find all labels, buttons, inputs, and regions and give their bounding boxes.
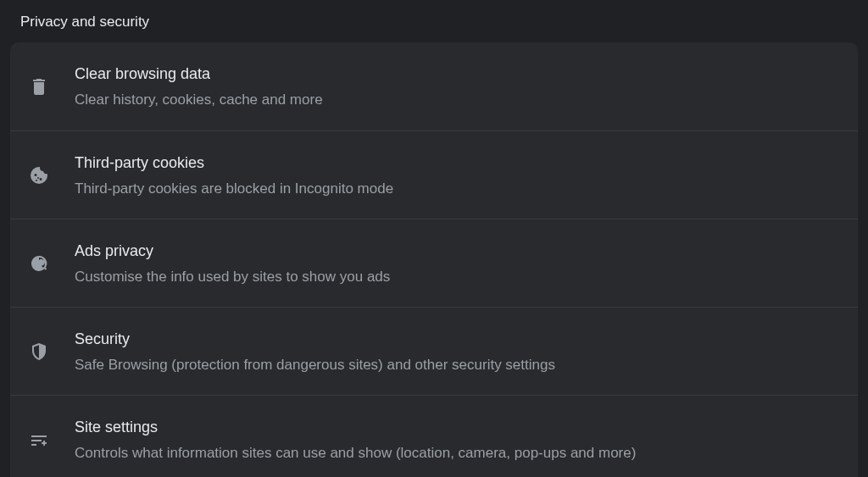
trash-icon [27, 75, 51, 98]
row-title: Clear browsing data [75, 63, 323, 85]
row-security[interactable]: Security Safe Browsing (protection from … [10, 307, 858, 395]
row-title: Security [75, 328, 555, 350]
row-title: Third-party cookies [75, 152, 393, 174]
row-text: Security Safe Browsing (protection from … [51, 328, 555, 375]
row-subtitle: Customise the info used by sites to show… [75, 267, 390, 287]
row-subtitle: Controls what information sites can use … [75, 443, 636, 463]
cookie-icon [27, 164, 51, 187]
row-title: Site settings [75, 416, 636, 438]
row-subtitle: Third-party cookies are blocked in Incog… [75, 179, 393, 199]
tune-icon [27, 428, 51, 452]
row-subtitle: Safe Browsing (protection from dangerous… [75, 355, 555, 375]
row-ads-privacy[interactable]: Ads privacy Customise the info used by s… [10, 219, 858, 307]
row-subtitle: Clear history, cookies, cache and more [75, 90, 323, 110]
row-text: Site settings Controls what information … [51, 416, 636, 463]
page-title: Privacy and security [0, 0, 868, 42]
row-third-party-cookies[interactable]: Third-party cookies Third-party cookies … [10, 130, 858, 219]
row-text: Ads privacy Customise the info used by s… [51, 240, 390, 287]
row-text: Third-party cookies Third-party cookies … [51, 152, 393, 199]
shield-icon [27, 340, 51, 363]
row-text: Clear browsing data Clear history, cooki… [51, 63, 323, 110]
row-title: Ads privacy [75, 240, 390, 262]
privacy-security-panel: Clear browsing data Clear history, cooki… [10, 42, 858, 477]
ads-icon [27, 252, 51, 275]
row-clear-browsing-data[interactable]: Clear browsing data Clear history, cooki… [10, 42, 858, 130]
row-site-settings[interactable]: Site settings Controls what information … [10, 395, 858, 477]
